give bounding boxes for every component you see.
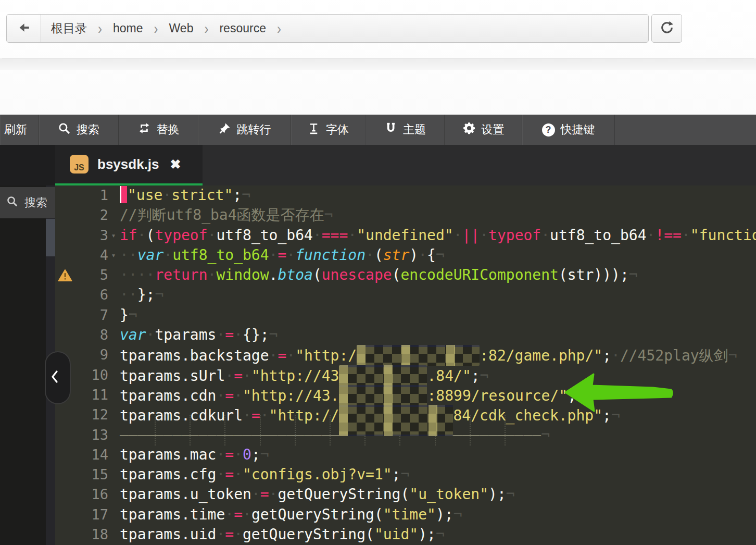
- breadcrumb-separator-icon: ›: [277, 19, 281, 38]
- code-line[interactable]: 3▾if·(typeof·utf8_to_b64·===·"undefined"…: [55, 226, 756, 245]
- side-search-button[interactable]: 搜索: [0, 187, 55, 218]
- code-token: =: [278, 347, 286, 364]
- code-token: ·: [216, 387, 225, 404]
- toolbar-settings[interactable]: 设置: [445, 115, 522, 145]
- code-token: ¬: [728, 347, 737, 364]
- search-icon: [58, 122, 71, 138]
- side-scrollbar-thumb[interactable]: [46, 219, 55, 256]
- code-line[interactable]: 2//判断utf8_ba4函数是否存在¬: [55, 205, 756, 225]
- gutter: 16: [55, 485, 119, 504]
- code-token: "uid": [374, 526, 418, 543]
- code-token: ¬: [129, 306, 137, 324]
- help-icon: ?: [542, 123, 555, 137]
- back-arrow-icon: [16, 21, 32, 36]
- code-token: .: [269, 266, 278, 283]
- breadcrumb-web[interactable]: Web: [169, 21, 194, 35]
- tab-bsysdk-js[interactable]: JS bsysdk.js ✖: [55, 145, 203, 185]
- refresh-button[interactable]: [651, 14, 682, 43]
- toolbar-refresh[interactable]: 刷新: [0, 115, 39, 145]
- code-token: "http://43.: [243, 387, 339, 404]
- code-line[interactable]: 5····return·window.btoa(unescape(encodeU…: [55, 265, 756, 285]
- gutter: 1: [55, 185, 119, 205]
- code-line[interactable]: 8var·tparams·=·{};¬: [55, 325, 756, 345]
- tab-bar: JS bsysdk.js ✖: [0, 145, 756, 185]
- code-line[interactable]: 18tparams.uid·=·getQueryString("uid");¬: [55, 525, 756, 544]
- code-token: ·: [216, 466, 225, 483]
- code-token: ·: [243, 407, 251, 424]
- code-token: ·: [611, 347, 620, 364]
- code-token: ·: [234, 526, 243, 543]
- code-token: 0: [243, 446, 251, 463]
- code-token: "use: [128, 187, 162, 204]
- code-token: "http:/: [295, 347, 357, 364]
- code-text: ··var·utf8_to_b64·=·function·(str)·{¬: [119, 245, 445, 265]
- line-number: 11: [75, 385, 108, 405]
- code-token: ;: [392, 466, 401, 483]
- toolbar-shortcuts[interactable]: ? 快捷键: [522, 115, 615, 145]
- code-line[interactable]: 15tparams.cfg·=·"configs.obj?v=1";¬: [55, 465, 756, 485]
- code-editor[interactable]: 1"use·strict";¬2//判断utf8_ba4函数是否存在¬3▾if·…: [55, 185, 756, 545]
- code-line[interactable]: 4▾··var·utf8_to_b64·=·function·(str)·{¬: [55, 245, 756, 265]
- code-line[interactable]: 16tparams.u_token·=·getQueryString("u_to…: [55, 485, 756, 504]
- toolbar-goto-line[interactable]: 跳转行: [198, 115, 291, 145]
- fold-icon[interactable]: ▾: [108, 245, 119, 265]
- code-token: ····: [120, 266, 155, 283]
- code-token: function: [295, 246, 366, 264]
- code-token: ·: [234, 466, 243, 483]
- code-text: tparams.u_token·=·getQueryString("u_toke…: [119, 485, 515, 504]
- code-token: ·: [453, 227, 462, 244]
- javascript-file-icon: JS: [70, 155, 89, 174]
- gutter: 8: [55, 325, 119, 345]
- code-token: =: [260, 486, 269, 503]
- toolbar-theme[interactable]: 主题: [366, 115, 445, 145]
- line-number: 6: [75, 285, 108, 305]
- code-line[interactable]: 14tparams.mac·=·0;¬: [55, 445, 756, 465]
- code-token: :8899/resource/": [427, 387, 568, 404]
- breadcrumb-home[interactable]: home: [113, 21, 143, 35]
- code-token: =: [234, 506, 243, 523]
- code-token: ·: [251, 486, 260, 503]
- code-token: =: [234, 367, 243, 385]
- line-number: 13: [75, 425, 108, 445]
- breadcrumb-separator-icon: ›: [154, 19, 158, 38]
- code-token: //452play纵剑: [620, 347, 728, 364]
- close-icon[interactable]: ✖: [170, 157, 181, 172]
- toolbar-search[interactable]: 搜索: [39, 115, 119, 145]
- code-text: tparams.sUrl·=·"http://43.84/";¬: [119, 365, 488, 385]
- code-token: tparams.uid: [120, 526, 216, 543]
- toolbar-font[interactable]: 字体: [291, 115, 366, 145]
- code-line[interactable]: 17tparams.time·=·getQueryString("time");…: [55, 505, 756, 525]
- code-token: ·: [541, 227, 550, 244]
- text-cursor: [120, 186, 127, 203]
- code-text: }¬: [119, 305, 137, 325]
- code-line[interactable]: 9tparams.backstage·=·"http:/:82/game.php…: [55, 345, 756, 365]
- file-manager-topbar: 根目录 › home › Web › resource ›: [0, 0, 756, 115]
- fold-icon[interactable]: ▾: [108, 226, 119, 245]
- breadcrumb-resource[interactable]: resource: [219, 21, 266, 35]
- code-token: (: [146, 227, 155, 244]
- code-token: (: [392, 266, 401, 283]
- code-line[interactable]: 6··};¬: [55, 285, 756, 305]
- breadcrumb-root[interactable]: 根目录: [51, 20, 87, 36]
- code-line[interactable]: 7}¬: [55, 305, 756, 325]
- code-token: ·: [208, 266, 217, 283]
- code-line[interactable]: 1"use·strict";¬: [55, 185, 756, 205]
- code-token: if: [120, 227, 137, 244]
- code-token: ·: [269, 246, 278, 264]
- back-button[interactable]: [7, 15, 41, 42]
- line-number: 14: [75, 445, 108, 465]
- collapse-panel-handle[interactable]: [45, 351, 71, 404]
- code-token: };: [137, 286, 155, 303]
- code-token: ·: [208, 227, 217, 244]
- code-token: tparams.backstage: [120, 347, 269, 364]
- code-token: (: [313, 266, 322, 283]
- code-token: =: [278, 246, 286, 264]
- code-token: "configs.obj?v=1": [243, 466, 392, 483]
- code-token: getQueryString(: [251, 506, 383, 523]
- refresh-icon: [659, 20, 675, 38]
- line-number: 15: [75, 465, 108, 485]
- line-number: 1: [75, 185, 108, 205]
- toolbar-replace[interactable]: 替换: [119, 115, 198, 145]
- code-token: (str)));: [559, 266, 629, 283]
- line-number: 17: [75, 505, 108, 525]
